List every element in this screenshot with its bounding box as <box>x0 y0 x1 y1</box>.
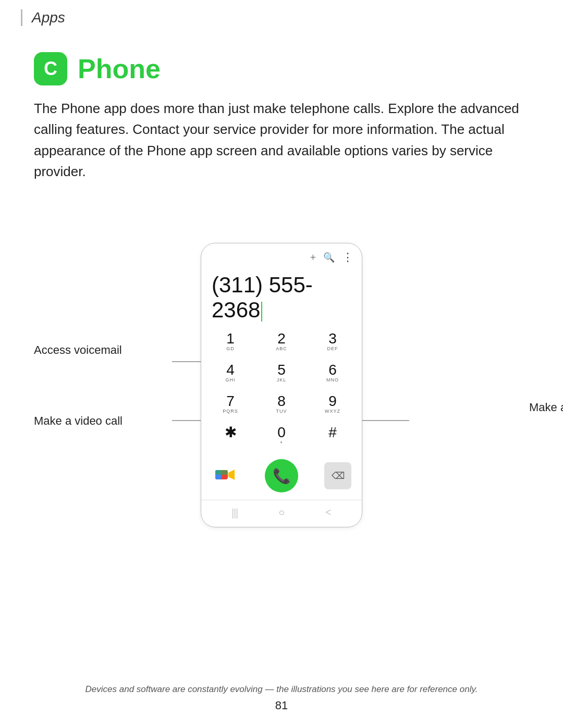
key-2[interactable]: 2 ABC <box>263 327 300 356</box>
call-button[interactable]: 📞 <box>265 459 298 492</box>
annotation-video-call: Make a video call <box>34 414 123 428</box>
backspace-icon: ⌫ <box>332 470 345 482</box>
key-4[interactable]: 4 GHI <box>212 358 249 387</box>
nav-menu-icon[interactable]: ||| <box>232 507 238 519</box>
call-icon: 📞 <box>273 467 291 485</box>
search-icon[interactable]: 🔍 <box>323 252 335 263</box>
svg-marker-6 <box>228 470 235 480</box>
video-icon <box>215 468 235 484</box>
dialpad: 1 GD 2 ABC 3 DEF <box>201 325 362 457</box>
phone-nav-bar: ||| ○ < <box>201 500 362 527</box>
page-footer: Devices and software are constantly evol… <box>0 643 563 728</box>
dialpad-row-2: 4 GHI 5 JKL 6 MNO <box>212 358 351 387</box>
phone-number: (311) 555-2368 <box>212 273 351 323</box>
app-title: Phone <box>78 53 161 84</box>
dialpad-row-1: 1 GD 2 ABC 3 DEF <box>212 327 351 356</box>
diagram-area: Access voicemail Make a video call Make … <box>34 203 529 567</box>
breadcrumb-divider <box>21 9 22 26</box>
key-0[interactable]: 0 + <box>263 421 300 450</box>
key-6[interactable]: 6 MNO <box>314 358 351 387</box>
main-content: C Phone The Phone app does more than jus… <box>0 36 563 604</box>
dialpad-row-4: ✱ 0 + # <box>212 421 351 450</box>
action-row: 📞 ⌫ <box>201 457 362 498</box>
app-description: The Phone app does more than just make t… <box>34 98 529 182</box>
page-container: Apps C Phone The Phone app does more tha… <box>0 0 563 728</box>
key-3[interactable]: 3 DEF <box>314 327 351 356</box>
annotation-voicemail: Access voicemail <box>34 343 123 357</box>
phone-display: (311) 555-2368 <box>201 267 362 325</box>
key-7[interactable]: 7 PQRS <box>212 389 249 418</box>
more-options-icon[interactable]: ⋮ <box>342 251 353 264</box>
key-1[interactable]: 1 GD <box>212 327 249 356</box>
nav-home-icon[interactable]: ○ <box>278 507 285 519</box>
svg-rect-5 <box>215 470 228 475</box>
dialpad-row-3: 7 PQRS 8 TUV 9 WXYZ <box>212 389 351 418</box>
backspace-button[interactable]: ⌫ <box>324 462 351 489</box>
phone-mockup: + 🔍 ⋮ (311) 555-2368 1 GD <box>201 243 362 527</box>
breadcrumb: Apps <box>32 9 65 26</box>
phone-top-bar: + 🔍 ⋮ <box>201 243 362 267</box>
plus-icon[interactable]: + <box>310 252 316 264</box>
app-icon: C <box>34 52 67 85</box>
key-9[interactable]: 9 WXYZ <box>314 389 351 418</box>
key-hash[interactable]: # <box>314 421 351 450</box>
page-number: 81 <box>34 699 529 712</box>
nav-back-icon[interactable]: < <box>325 507 331 519</box>
video-call-button[interactable] <box>212 462 239 489</box>
app-header: C Phone <box>34 52 529 85</box>
key-star[interactable]: ✱ <box>212 421 249 450</box>
annotation-make-call: Make a call <box>529 401 563 414</box>
app-icon-letter: C <box>44 58 57 80</box>
key-8[interactable]: 8 TUV <box>263 389 300 418</box>
key-5[interactable]: 5 JKL <box>263 358 300 387</box>
footer-note: Devices and software are constantly evol… <box>34 684 529 695</box>
